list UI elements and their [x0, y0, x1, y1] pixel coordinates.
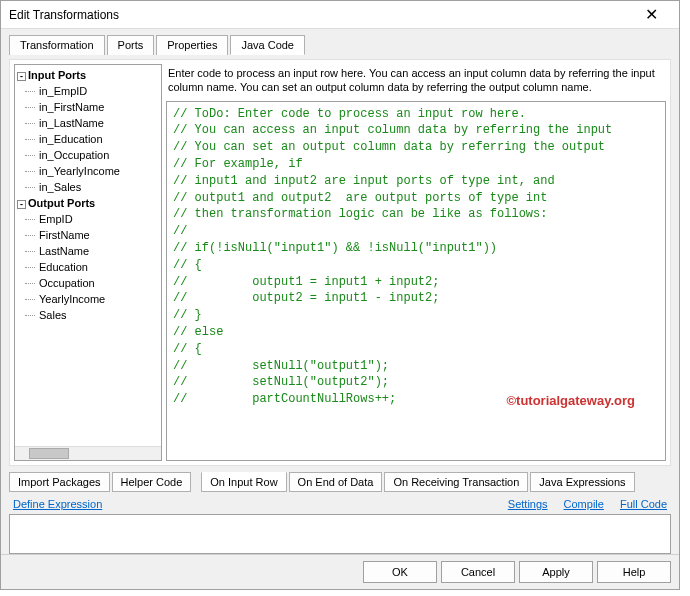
edit-transformations-dialog: Edit Transformations ✕ Transformation Po…: [0, 0, 680, 590]
full-code-link[interactable]: Full Code: [620, 498, 667, 510]
tab-import-packages[interactable]: Import Packages: [9, 472, 110, 492]
tree-item[interactable]: Occupation: [17, 275, 159, 291]
cancel-button[interactable]: Cancel: [441, 561, 515, 583]
code-editor[interactable]: // ToDo: Enter code to process an input …: [166, 101, 666, 461]
content-row: -Input Ports in_EmpID in_FirstName in_La…: [9, 59, 671, 466]
help-button[interactable]: Help: [597, 561, 671, 583]
tree-item[interactable]: FirstName: [17, 227, 159, 243]
tree-item[interactable]: in_LastName: [17, 115, 159, 131]
tree-item[interactable]: in_EmpID: [17, 83, 159, 99]
tree-output-ports[interactable]: -Output Ports: [17, 195, 159, 211]
define-expression-link[interactable]: Define Expression: [13, 498, 102, 510]
tree-collapse-icon[interactable]: -: [17, 72, 26, 81]
button-bar: OK Cancel Apply Help: [1, 554, 679, 589]
titlebar: Edit Transformations ✕: [1, 1, 679, 29]
tab-properties[interactable]: Properties: [156, 35, 228, 55]
watermark: ©tutorialgateway.org: [506, 392, 635, 410]
compile-link[interactable]: Compile: [564, 498, 604, 510]
tab-transformation[interactable]: Transformation: [9, 35, 105, 55]
right-panel: Enter code to process an input row here.…: [166, 64, 666, 461]
tree-input-ports[interactable]: -Input Ports: [17, 67, 159, 83]
tree-h-scrollbar[interactable]: [15, 446, 161, 460]
tree-item[interactable]: Education: [17, 259, 159, 275]
top-tabs: Transformation Ports Properties Java Cod…: [9, 35, 671, 55]
tree-collapse-icon[interactable]: -: [17, 200, 26, 209]
tab-ports[interactable]: Ports: [107, 35, 155, 55]
instruction-text: Enter code to process an input row here.…: [166, 64, 666, 101]
tree-item[interactable]: in_FirstName: [17, 99, 159, 115]
tab-on-input-row[interactable]: On Input Row: [201, 472, 286, 492]
tree-item[interactable]: EmpID: [17, 211, 159, 227]
tab-on-end-of-data[interactable]: On End of Data: [289, 472, 383, 492]
output-box[interactable]: [9, 514, 671, 554]
tree-item[interactable]: in_Occupation: [17, 147, 159, 163]
main-body: Transformation Ports Properties Java Cod…: [1, 29, 679, 554]
tree-item[interactable]: in_YearlyIncome: [17, 163, 159, 179]
bottom-tabs: Import Packages Helper Code On Input Row…: [9, 472, 671, 492]
settings-link[interactable]: Settings: [508, 498, 548, 510]
tree-item[interactable]: LastName: [17, 243, 159, 259]
dialog-title: Edit Transformations: [9, 8, 119, 22]
tree-item[interactable]: in_Sales: [17, 179, 159, 195]
tree-item[interactable]: Sales: [17, 307, 159, 323]
ports-tree[interactable]: -Input Ports in_EmpID in_FirstName in_La…: [14, 64, 162, 461]
tab-java-expressions[interactable]: Java Expressions: [530, 472, 634, 492]
tab-java-code[interactable]: Java Code: [230, 35, 305, 55]
links-row: Define Expression Settings Compile Full …: [9, 498, 671, 510]
tree-item[interactable]: in_Education: [17, 131, 159, 147]
close-icon[interactable]: ✕: [631, 5, 671, 24]
code-content: // ToDo: Enter code to process an input …: [173, 107, 619, 407]
apply-button[interactable]: Apply: [519, 561, 593, 583]
tab-helper-code[interactable]: Helper Code: [112, 472, 192, 492]
tree-item[interactable]: YearlyIncome: [17, 291, 159, 307]
tab-on-receiving-transaction[interactable]: On Receiving Transaction: [384, 472, 528, 492]
ok-button[interactable]: OK: [363, 561, 437, 583]
